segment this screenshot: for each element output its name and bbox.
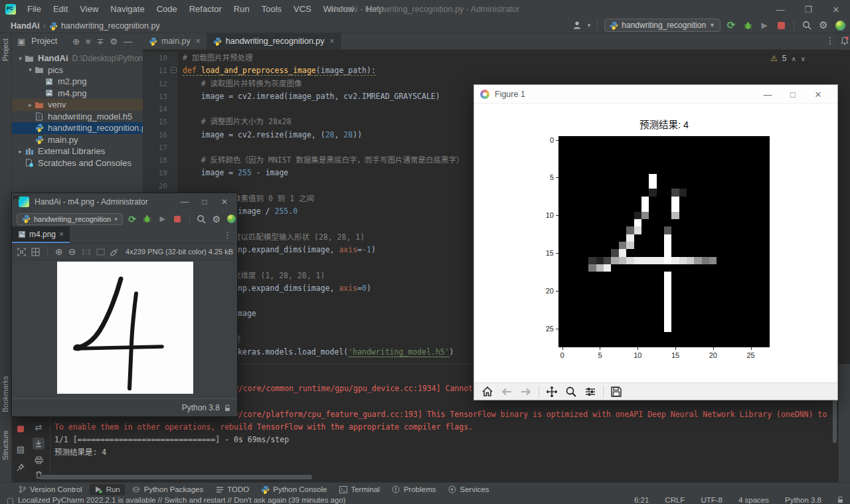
settings-gear-icon[interactable]: ⚙	[211, 213, 222, 225]
indent-style[interactable]: 4 spaces	[738, 496, 769, 504]
tool-window-button-python-packages[interactable]: Python Packages	[128, 484, 209, 495]
tool-window-button-services[interactable]: Services	[444, 484, 494, 495]
fit-frame-icon[interactable]	[96, 248, 105, 256]
pin-tab-icon[interactable]	[15, 462, 27, 473]
menu-item-navigate[interactable]: Navigate	[104, 0, 150, 19]
close-tab-icon[interactable]: ×	[59, 230, 64, 239]
line-number[interactable]: 15	[143, 116, 178, 128]
status-message[interactable]: Localized PyCharm 2022.2.1 is available …	[18, 496, 346, 504]
stop-button[interactable]	[775, 19, 787, 31]
sidebar-item-project[interactable]: Project	[1, 39, 9, 61]
tab-main-py[interactable]: main.py×	[143, 33, 207, 49]
tab-options-icon[interactable]: ⋮	[223, 230, 232, 240]
code-with-me-avatar[interactable]	[834, 19, 846, 31]
back-icon[interactable]	[500, 385, 513, 398]
close-tab-icon[interactable]: ×	[330, 37, 335, 46]
chevron-right-icon[interactable]: ▸	[17, 148, 24, 155]
tree-item-venv[interactable]: ▸venv	[12, 99, 143, 111]
pan-icon[interactable]	[545, 385, 558, 398]
forward-icon[interactable]	[519, 385, 533, 398]
stop-process-button[interactable]	[15, 423, 27, 435]
eyedropper-icon[interactable]	[110, 248, 119, 256]
close-icon[interactable]: ✕	[806, 85, 831, 104]
menu-item-window[interactable]: Window	[317, 0, 360, 19]
menu-item-code[interactable]: Code	[151, 0, 183, 19]
minimize-icon[interactable]: —	[755, 85, 780, 104]
search-everywhere-icon[interactable]	[801, 19, 813, 31]
line-number[interactable]: 19	[143, 167, 178, 179]
line-number[interactable]: 13	[143, 90, 178, 103]
soft-wrap-icon[interactable]: ⇄	[33, 421, 44, 433]
interpreter-label[interactable]: Python 3.8	[182, 403, 220, 412]
scroll-to-end-icon[interactable]	[33, 438, 44, 450]
menu-item-run[interactable]: Run	[228, 0, 256, 19]
menu-item-view[interactable]: View	[74, 0, 104, 19]
breadcrumb-file[interactable]: handwriting_recognition.py	[61, 21, 160, 31]
run-button[interactable]: ⟳	[127, 213, 138, 225]
tree-item-main-py[interactable]: main.py	[12, 134, 143, 146]
tree-item-m2-png[interactable]: m2.png	[12, 76, 143, 88]
collapse-all-icon[interactable]: ∓	[97, 37, 104, 46]
zoom-in-icon[interactable]: ⊕	[55, 246, 63, 257]
print-icon[interactable]	[33, 454, 44, 466]
menu-item-refactor[interactable]: Refactor	[183, 0, 228, 19]
tab-m4-png[interactable]: m4.png ×	[12, 226, 70, 243]
tree-item-handwriting-recognition-py[interactable]: handwriting_recognition.py	[12, 122, 143, 134]
maximize-icon[interactable]: ❐	[794, 0, 822, 19]
line-number[interactable]: 12	[143, 78, 178, 90]
close-icon[interactable]: ✕	[214, 193, 234, 210]
sidebar-item-bookmarks[interactable]: Bookmarks	[1, 376, 9, 412]
line-number[interactable]: 20	[143, 180, 178, 193]
tab-handwriting-recognition-py[interactable]: handwriting_recognition.py×	[207, 33, 341, 49]
fit-zoom-icon[interactable]	[17, 248, 26, 256]
home-icon[interactable]	[481, 385, 494, 398]
line-number[interactable]: 10	[143, 52, 178, 64]
file-encoding[interactable]: UTF-8	[701, 496, 722, 504]
inspections-widget[interactable]: ⚠ 5 ∧ ∨	[770, 54, 806, 63]
zoom-rect-icon[interactable]	[564, 385, 578, 398]
chevron-down-icon[interactable]: ▾	[17, 55, 24, 62]
save-icon[interactable]	[610, 385, 623, 398]
tree-item-pics[interactable]: ▾pics	[12, 64, 143, 76]
prev-problem-icon[interactable]: ∧	[791, 55, 796, 62]
maximize-icon[interactable]: □	[195, 193, 214, 210]
line-number[interactable]: 17	[143, 141, 178, 154]
coverage-button[interactable]: ▶	[157, 213, 168, 225]
status-checkbox-icon[interactable]: ▢	[7, 496, 14, 504]
project-panel-title[interactable]: Project	[31, 37, 57, 46]
menu-item-tools[interactable]: Tools	[256, 0, 288, 19]
tree-item-m4-png[interactable]: m4.png	[12, 88, 143, 100]
settings-gear-icon[interactable]: ⚙	[817, 19, 829, 31]
minimize-icon[interactable]: —	[175, 193, 195, 210]
stop-button[interactable]	[172, 213, 183, 225]
debug-button[interactable]	[742, 19, 754, 31]
subplot-config-icon[interactable]	[584, 385, 597, 398]
tree-item-scratches-and-consoles[interactable]: Scratches and Consoles	[12, 157, 143, 169]
image-window-title-bar[interactable]: HandAi - m4.png - Administrator — □ ✕	[12, 193, 237, 210]
coverage-button[interactable]: ▶	[758, 19, 770, 31]
breadcrumb-project[interactable]: HandAi	[11, 21, 40, 31]
code-with-me-avatar[interactable]	[226, 213, 237, 225]
panel-settings-gear-icon[interactable]: ⚙	[110, 37, 118, 46]
actual-size-button[interactable]: 1:1	[81, 248, 91, 256]
tool-window-button-run[interactable]: Run	[90, 484, 125, 495]
tree-item-external-libraries[interactable]: ▸External Libraries	[12, 145, 143, 157]
minimize-icon[interactable]: —	[766, 0, 794, 19]
tool-window-button-terminal[interactable]: Terminal	[334, 484, 384, 495]
run-config-selector[interactable]: handwriting_recognition ▼	[604, 19, 721, 32]
menu-item-help[interactable]: Help	[360, 0, 390, 19]
fold-icon[interactable]: −	[171, 67, 177, 73]
locate-file-icon[interactable]: ⊕	[72, 37, 80, 46]
menu-item-vcs[interactable]: VCS	[288, 0, 317, 19]
tool-window-button-todo[interactable]: TODO	[211, 484, 254, 495]
tool-window-button-version-control[interactable]: Version Control	[13, 484, 87, 495]
menu-item-edit[interactable]: Edit	[47, 0, 74, 19]
maximize-icon[interactable]: □	[780, 85, 806, 104]
user-dropdown-icon[interactable]: ▾	[588, 22, 591, 29]
menu-item-file[interactable]: File	[21, 0, 47, 19]
line-number[interactable]: 11−	[143, 64, 178, 77]
restore-layout-icon[interactable]: ▤	[15, 443, 27, 455]
figure-title-bar[interactable]: Figure 1 — □ ✕	[474, 85, 837, 104]
close-icon[interactable]: ✕	[822, 0, 850, 19]
line-number[interactable]: 14	[143, 103, 178, 116]
